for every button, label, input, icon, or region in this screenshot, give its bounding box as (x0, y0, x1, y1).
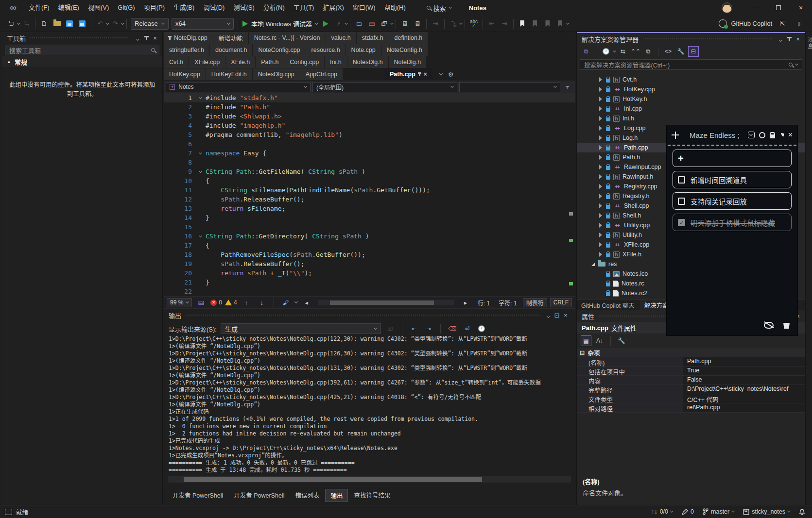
document-tab[interactable]: HotKeyEdit.h (206, 68, 252, 80)
checkbox-checked-icon[interactable]: ✓ (678, 219, 685, 226)
code-line[interactable]: 2#include "Path.h" (164, 102, 575, 112)
code-line[interactable]: 22 (164, 287, 575, 296)
code-cleanup-dropdown-icon[interactable] (294, 300, 298, 303)
breakpoint-margin[interactable] (164, 102, 174, 112)
maximize-button[interactable] (767, 0, 790, 16)
property-row[interactable]: 内容False (577, 376, 805, 385)
code-line[interactable]: 16CString Path::GetDirectory( CString sP… (164, 232, 575, 241)
undo-button[interactable]: ↶ (94, 18, 106, 30)
step-over-button[interactable]: ⤵ (448, 18, 459, 30)
code-line[interactable]: 19 sPath.ReleaseBuffer(); (164, 259, 575, 268)
breakpoint-margin[interactable] (164, 259, 174, 268)
breakpoint-margin[interactable] (164, 195, 174, 204)
format-outdent-button[interactable]: ⇥ (499, 18, 510, 30)
git-sync-button[interactable]: ↑↓ 0/0 (651, 508, 673, 515)
document-tab[interactable]: stringbuffer.h (164, 44, 209, 56)
code-line[interactable]: 9CString Path::GetFileName( CString sPat… (164, 167, 575, 176)
redo-dropdown-icon[interactable] (121, 21, 124, 24)
note-checklist-item[interactable]: ✓明天添加手柄模式鼠标隐藏 (673, 214, 792, 231)
navigate-back-button[interactable]: ⮌ (5, 18, 17, 30)
color-circle-button[interactable] (759, 132, 765, 138)
error-count[interactable]: ✕ 0 (210, 299, 222, 306)
open-file-button[interactable] (51, 18, 63, 30)
property-row[interactable]: (名称)Path.cpp (577, 357, 805, 367)
breakpoint-margin[interactable] (164, 278, 174, 287)
expand-arrow-icon[interactable] (599, 174, 602, 179)
fold-margin[interactable] (195, 232, 206, 241)
start-without-debugging-button[interactable] (320, 18, 332, 30)
menu-item[interactable]: 帮助(H) (380, 2, 410, 14)
code-line[interactable]: 15 (164, 222, 575, 232)
editor-options-gear-icon[interactable]: ⚙ (448, 71, 454, 78)
member-dropdown[interactable] (459, 82, 560, 92)
tab-close-icon[interactable]: × (424, 71, 427, 78)
fold-margin[interactable] (195, 176, 206, 185)
fold-chevron-icon[interactable] (198, 95, 202, 99)
property-value[interactable]: D:\Project\C++\sticky_notes\Notes\ref (683, 385, 805, 394)
autohide-tab[interactable]: 沙盒 (806, 37, 812, 50)
code-cleanup-button[interactable]: 🖌 (280, 297, 292, 308)
breakpoint-margin[interactable] (164, 204, 174, 213)
document-tab[interactable]: document.h (210, 44, 252, 56)
fold-margin[interactable] (195, 139, 206, 149)
expand-arrow-icon[interactable] (599, 213, 602, 218)
select-mode-button[interactable] (748, 132, 755, 138)
save-all-button[interactable] (76, 18, 88, 30)
expand-arrow-icon[interactable] (591, 263, 595, 266)
tree-item-cvt-h[interactable]: hCvt.h (577, 75, 805, 84)
hscroll-right-icon[interactable]: ▸ (460, 297, 471, 308)
fold-margin[interactable] (195, 287, 206, 296)
expand-arrow-icon[interactable] (599, 233, 602, 237)
categorized-view-icon[interactable]: ▦ (581, 335, 591, 346)
menu-item[interactable]: 扩展(X) (318, 2, 348, 14)
code-line[interactable]: 21} (164, 278, 575, 287)
document-tab[interactable]: AppCtrl.cpp (300, 68, 343, 80)
build-output-log[interactable]: 1>D:\Project\C++\sticky_notes\Notes\Note… (164, 335, 575, 475)
menu-item[interactable]: 分析(N) (259, 2, 289, 14)
breakpoint-margin[interactable] (164, 213, 174, 222)
breakpoint-margin[interactable] (164, 222, 174, 232)
property-value[interactable]: ref\Path.cpp (683, 403, 805, 412)
output-source-dropdown[interactable]: 生成 (221, 323, 381, 334)
code-line[interactable]: 6 (164, 139, 575, 149)
collapse-all-icon[interactable]: ⌃⌃ (630, 46, 641, 57)
document-tab[interactable]: NoteDlg.h (389, 56, 427, 68)
breakpoint-margin[interactable] (164, 268, 174, 278)
word-wrap-icon[interactable]: ⏎ (462, 325, 472, 332)
se-close-icon[interactable]: × (794, 35, 802, 43)
menu-item[interactable]: 工具(T) (289, 2, 319, 14)
delete-note-button[interactable] (783, 322, 790, 329)
prev-issue-button[interactable]: ↑ (241, 297, 252, 308)
checkbox-icon[interactable] (678, 176, 685, 184)
step-dropdown-icon[interactable] (459, 21, 463, 24)
breakpoint-margin[interactable] (164, 232, 174, 241)
close-button[interactable]: × (790, 0, 812, 16)
platform-dropdown[interactable]: x64 (172, 18, 234, 30)
fold-margin[interactable] (195, 222, 206, 232)
output-close-icon[interactable]: × (561, 312, 570, 319)
document-tab[interactable]: value.h (326, 32, 356, 44)
repository-button[interactable]: sticky_notes (743, 508, 790, 515)
note-checklist-item[interactable]: 支持闯关记录回放 (673, 192, 792, 210)
expand-arrow-icon[interactable] (599, 77, 602, 82)
alphabetical-sort-icon[interactable]: A↓ (594, 335, 605, 346)
output-maximize-icon[interactable]: ⊡ (553, 312, 561, 319)
code-line[interactable]: 14} (164, 213, 575, 222)
document-tab[interactable]: Ini.h (325, 56, 347, 68)
menu-item[interactable]: 测试(S) (229, 2, 259, 14)
document-tab[interactable]: XFile.cpp (189, 56, 225, 68)
fold-margin[interactable] (195, 213, 206, 222)
tree-item-ini-cpp[interactable]: ++Ini.cpp (577, 104, 805, 114)
project-dropdown[interactable]: + Notes (166, 82, 311, 92)
code-editor[interactable]: 1#include "stdafx.h"2#include "Path.h"3#… (164, 93, 575, 296)
expand-arrow-icon[interactable] (599, 203, 602, 208)
hscroll-left-icon[interactable]: ◂ (301, 297, 312, 308)
menu-item[interactable]: 视图(V) (84, 2, 113, 14)
breakpoint-margin[interactable] (164, 287, 174, 296)
spell-check-button[interactable]: abc✓ (468, 18, 480, 30)
add-window-button[interactable]: 🗗 (379, 18, 390, 30)
fold-chevron-icon[interactable] (198, 234, 202, 237)
warning-count[interactable]: 4 (225, 299, 237, 306)
line-indicator[interactable]: 行: 1 (475, 298, 493, 307)
code-line[interactable]: 20 return sPath + _T("\\"); (164, 268, 575, 278)
